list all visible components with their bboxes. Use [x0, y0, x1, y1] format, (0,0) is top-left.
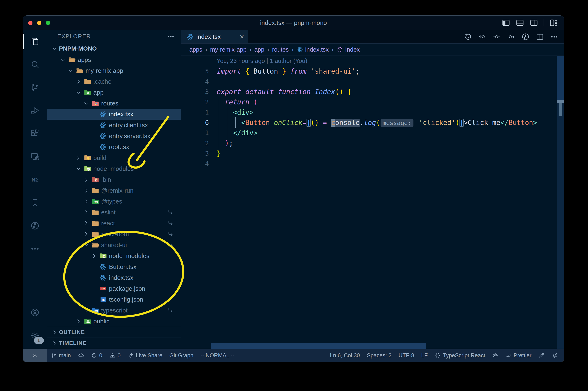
toggle-sidebar-icon[interactable]: [502, 18, 510, 27]
timeline-section[interactable]: TIMELINE: [47, 338, 181, 348]
status-vim-mode[interactable]: -- NORMAL --: [197, 349, 238, 362]
minimize-window-button[interactable]: [37, 21, 41, 25]
folder-routes-icon: [91, 99, 100, 107]
breadcrumb-item-my-remix-app[interactable]: my-remix-app: [210, 46, 247, 53]
sidebar-item-button-tsx[interactable]: Button.tsx: [47, 261, 181, 272]
activity-item-explorer[interactable]: [23, 30, 47, 53]
activity-item-nx-console[interactable]: N≥: [23, 168, 47, 191]
breadcrumb-item-index-tsx[interactable]: index.tsx: [296, 46, 329, 53]
customize-layout-icon[interactable]: [549, 18, 558, 27]
status-notifications[interactable]: [548, 349, 561, 362]
sidebar-item-routes[interactable]: routes: [47, 98, 181, 109]
breadcrumb-item-routes[interactable]: routes: [272, 46, 289, 53]
editor-vertical-scrollbar[interactable]: [557, 56, 564, 349]
toggle-panel-icon[interactable]: [516, 18, 524, 27]
toggle-secondary-sidebar-icon[interactable]: [530, 18, 538, 27]
sidebar-item-entry-client-tsx[interactable]: entry.client.tsx: [47, 120, 181, 130]
zoom-window-button[interactable]: [46, 21, 50, 25]
sidebar-item-my-remix-app[interactable]: my-remix-app: [47, 65, 181, 76]
folder-build-icon: [83, 154, 92, 162]
history-icon[interactable]: [464, 33, 472, 41]
activity-item-gitlens[interactable]: [23, 214, 47, 237]
sidebar-item-tsconfig-json[interactable]: TStsconfig.json: [47, 294, 181, 305]
status-feedback[interactable]: [535, 349, 548, 362]
sidebar-item-shared-ui[interactable]: shared-ui: [47, 239, 181, 250]
breadcrumb-item-apps[interactable]: apps: [189, 46, 202, 53]
close-window-button[interactable]: [28, 21, 32, 25]
activity-item-bookmarks[interactable]: [23, 191, 47, 214]
gitlens-icon[interactable]: [521, 33, 530, 41]
sidebar-item-react[interactable]: react: [47, 218, 181, 229]
sidebar-item-entry-server-tsx[interactable]: entry.server.tsx: [47, 130, 181, 141]
chevron-right-icon: [82, 306, 91, 315]
breadcrumb-item-index[interactable]: Index: [337, 46, 360, 53]
activity-item-source-control[interactable]: [23, 76, 47, 99]
sidebar-item-root-tsx[interactable]: root.tsx: [47, 141, 181, 152]
close-tab-icon[interactable]: ×: [240, 33, 244, 40]
sidebar-item-index-tsx[interactable]: index.tsx: [47, 272, 181, 283]
code-line-4[interactable]: 4: [181, 76, 564, 87]
code-editor[interactable]: You, 23 hours ago | 1 author (You)5impor…: [181, 56, 564, 349]
code-line-2[interactable]: 2 return (: [181, 97, 564, 107]
change-icon[interactable]: [492, 33, 501, 41]
sidebar-item-public[interactable]: public: [47, 316, 181, 327]
file-label: public: [93, 318, 109, 325]
sidebar-item--cache[interactable]: .cache: [47, 76, 181, 87]
code-line-6[interactable]: 6 <Button onClick={() ⇒ console.log(mess…: [181, 117, 564, 128]
sidebar-item-build[interactable]: build: [47, 152, 181, 163]
editor-horizontal-scrollbar[interactable]: [211, 343, 426, 349]
sidebar-item-package-json[interactable]: npmpackage.json: [47, 283, 181, 294]
status-warnings[interactable]: 0: [106, 349, 124, 362]
activity-item-run-debug[interactable]: [23, 99, 47, 122]
sidebar-item--bin[interactable]: 0110.bin: [47, 174, 181, 185]
activity-item-remote-explorer[interactable]: [23, 145, 47, 168]
sidebar-item-apps[interactable]: apps: [47, 54, 181, 65]
code-line-1[interactable]: 1 <div>: [181, 107, 564, 117]
activity-item-accounts[interactable]: [23, 301, 47, 324]
tab-index-tsx[interactable]: index.tsx ×: [181, 30, 248, 43]
outline-section[interactable]: OUTLINE: [47, 327, 181, 338]
sidebar-item-eslint[interactable]: eslint: [47, 207, 181, 218]
split-icon[interactable]: [536, 33, 544, 41]
sidebar-item-node-modules[interactable]: JSnode_modules: [47, 250, 181, 261]
status-indentation[interactable]: Spaces: 2: [363, 349, 395, 362]
sidebar-item-react-dom[interactable]: react-dom: [47, 229, 181, 239]
next-change-icon[interactable]: [507, 33, 515, 41]
status-encoding[interactable]: UTF-8: [395, 349, 418, 362]
activity-item-extensions[interactable]: [23, 122, 47, 145]
code-line-3[interactable]: 3}: [181, 148, 564, 159]
sidebar-item--types[interactable]: TS@types: [47, 196, 181, 207]
code-line-5[interactable]: 5import { Button } from 'shared-ui';: [181, 66, 564, 76]
status-language-mode[interactable]: TypeScript React: [431, 349, 489, 362]
status-eol[interactable]: LF: [418, 349, 431, 362]
error-icon: [91, 352, 97, 359]
explorer-more-actions-icon[interactable]: [167, 33, 175, 40]
activity-item-search[interactable]: [23, 53, 47, 76]
chevron-down-icon: [82, 99, 91, 108]
status-sync[interactable]: [74, 349, 88, 362]
code-line-3[interactable]: 3export default function Index() {: [181, 87, 564, 97]
status-live-share[interactable]: Live Share: [124, 349, 166, 362]
sidebar-item-app[interactable]: app: [47, 87, 181, 98]
code-line-1[interactable]: 1 </div>: [181, 128, 564, 138]
code-line-2[interactable]: 2 );: [181, 138, 564, 148]
sidebar-item--remix-run[interactable]: @remix-run: [47, 185, 181, 196]
status-prettier[interactable]: Prettier: [502, 349, 535, 362]
kebab-icon[interactable]: [550, 33, 558, 41]
sidebar-item-node-modules[interactable]: JSnode_modules: [47, 163, 181, 174]
status-cursor-position[interactable]: Ln 6, Col 30: [326, 349, 364, 362]
activity-item-settings[interactable]: 1: [23, 324, 47, 347]
prev-change-icon[interactable]: [478, 33, 487, 41]
status-copilot[interactable]: [489, 349, 502, 362]
sidebar-item-typescript[interactable]: TStypescript: [47, 305, 181, 316]
status-git-graph[interactable]: Git Graph: [166, 349, 197, 362]
code-line-4[interactable]: 4: [181, 159, 564, 169]
status-errors[interactable]: 0: [88, 349, 106, 362]
status-remote[interactable]: [23, 349, 47, 362]
project-root-row[interactable]: PNPM-MONO: [47, 43, 181, 54]
vertical-scrollbar-thumb[interactable]: [557, 56, 564, 100]
breadcrumb-item-app[interactable]: app: [254, 46, 264, 53]
status-git-branch[interactable]: main: [47, 349, 74, 362]
sidebar-item-index-tsx[interactable]: index.tsx: [47, 109, 181, 120]
activity-item-more-views[interactable]: [23, 237, 47, 260]
